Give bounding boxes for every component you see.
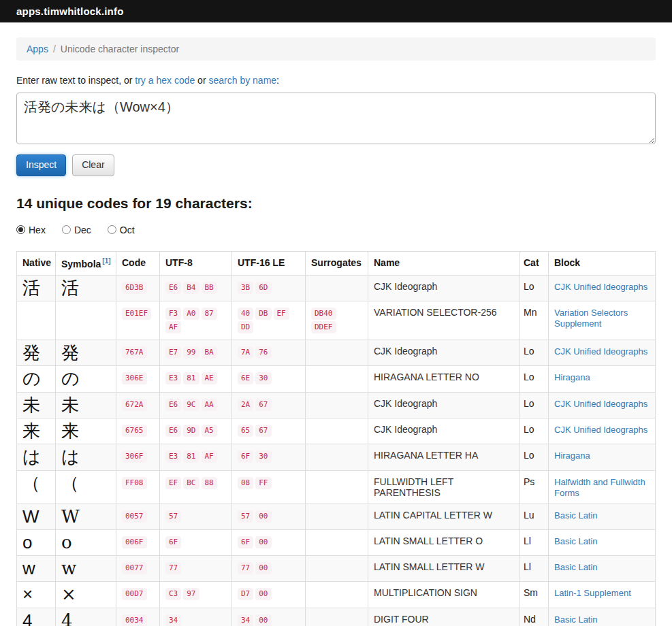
code-chip[interactable]: 6F	[165, 536, 181, 548]
code-chip[interactable]: E01EF	[122, 308, 151, 320]
code-chip[interactable]: 81	[183, 372, 199, 384]
block-link[interactable]: Basic Latin	[554, 536, 598, 546]
code-chip[interactable]: 9D	[183, 425, 199, 437]
code-chip[interactable]: FF	[255, 477, 271, 489]
code-chip[interactable]: 08	[238, 477, 253, 489]
inspect-input[interactable]: 活発の未来は（Wow×4）	[16, 93, 656, 144]
radix-option-hex[interactable]: Hex	[16, 225, 46, 235]
radix-radio-hex[interactable]	[16, 225, 25, 234]
hex-code-link[interactable]: try a hex code	[135, 75, 195, 86]
code-chip[interactable]: 00	[255, 588, 271, 600]
code-chip[interactable]: DD	[238, 321, 253, 333]
code-chip[interactable]: AA	[202, 399, 217, 411]
code-chip[interactable]: FF08	[122, 477, 147, 489]
code-chip[interactable]: BB	[202, 282, 217, 294]
code-chip[interactable]: 6F	[238, 536, 253, 548]
code-chip[interactable]: DB40	[311, 308, 336, 320]
code-chip[interactable]: 57	[165, 510, 181, 523]
code-chip[interactable]: DDEF	[311, 321, 336, 333]
code-chip[interactable]: 30	[255, 372, 271, 384]
site-title[interactable]: apps.timwhitlock.info	[16, 5, 124, 17]
code-chip[interactable]: A0	[183, 308, 199, 320]
code-chip[interactable]: 6D	[255, 282, 271, 294]
code-chip[interactable]: DB	[255, 308, 271, 320]
code-chip[interactable]: BC	[183, 477, 199, 489]
code-chip[interactable]: A5	[202, 425, 217, 437]
block-link[interactable]: Basic Latin	[554, 562, 598, 572]
block-link[interactable]: Basic Latin	[554, 614, 598, 625]
code-chip[interactable]: E3	[165, 372, 181, 384]
code-chip[interactable]: 767A	[122, 346, 147, 359]
block-link[interactable]: Latin-1 Supplement	[554, 588, 631, 598]
block-link[interactable]: CJK Unified Ideographs	[554, 399, 647, 409]
code-chip[interactable]: 34	[238, 614, 253, 626]
code-chip[interactable]: E6	[165, 425, 181, 437]
code-chip[interactable]: 00	[255, 536, 271, 548]
code-chip[interactable]: B4	[183, 282, 199, 294]
search-by-name-link[interactable]: search by name	[208, 75, 276, 86]
code-chip[interactable]: 6D3B	[122, 282, 147, 294]
code-chip[interactable]: 3B	[238, 282, 253, 294]
code-chip[interactable]: E6	[165, 399, 181, 411]
code-chip[interactable]: 306E	[122, 372, 147, 384]
clear-button[interactable]: Clear	[72, 154, 114, 176]
code-chip[interactable]: 57	[238, 510, 253, 523]
code-chip[interactable]: 81	[183, 450, 199, 463]
block-link[interactable]: CJK Unified Ideographs	[554, 346, 647, 357]
block-link[interactable]: CJK Unified Ideographs	[554, 425, 647, 435]
code-chip[interactable]: BA	[202, 346, 217, 359]
block-link[interactable]: Basic Latin	[554, 510, 598, 521]
code-chip[interactable]: 77	[165, 562, 181, 574]
symbola-footnote-link[interactable]: [1]	[102, 257, 110, 265]
code-chip[interactable]: 0077	[122, 562, 147, 574]
block-link[interactable]: Hiragana	[554, 372, 590, 382]
code-chip[interactable]: 7A	[238, 346, 253, 359]
code-chip[interactable]: D7	[238, 588, 253, 600]
code-chip[interactable]: 65	[238, 425, 253, 437]
code-chip[interactable]: E3	[165, 450, 181, 463]
code-chip[interactable]: 9C	[183, 399, 199, 411]
code-chip[interactable]: 99	[183, 346, 199, 359]
code-chip[interactable]: AF	[165, 321, 181, 333]
code-chip[interactable]: 40	[238, 308, 253, 320]
inspect-button[interactable]: Inspect	[16, 154, 66, 176]
code-chip[interactable]: 0034	[122, 614, 147, 626]
code-chip[interactable]: 34	[165, 614, 181, 626]
code-chip[interactable]: 00D7	[122, 588, 147, 600]
block-link[interactable]: Hiragana	[554, 450, 590, 461]
code-chip[interactable]: 0057	[122, 510, 147, 523]
radix-option-dec[interactable]: Dec	[62, 225, 91, 235]
code-chip[interactable]: 2A	[238, 399, 253, 411]
radix-radio-oct[interactable]	[108, 225, 116, 234]
code-chip[interactable]: 672A	[122, 399, 147, 411]
breadcrumb-apps-link[interactable]: Apps	[27, 44, 48, 54]
code-chip[interactable]: 76	[255, 346, 271, 359]
code-chip[interactable]: E6	[165, 282, 181, 294]
code-chip[interactable]: 77	[238, 562, 253, 574]
code-chip[interactable]: AE	[202, 372, 217, 384]
block-link[interactable]: CJK Unified Ideographs	[554, 282, 647, 292]
code-chip[interactable]: 306F	[122, 450, 147, 463]
code-chip[interactable]: 67	[255, 425, 271, 437]
code-chip[interactable]: AF	[202, 450, 217, 463]
code-chip[interactable]: F3	[165, 308, 181, 320]
code-chip[interactable]: 6F	[238, 450, 253, 463]
code-chip[interactable]: 87	[202, 308, 217, 320]
code-chip[interactable]: 88	[202, 477, 217, 489]
code-chip[interactable]: EF	[274, 308, 289, 320]
radix-radio-dec[interactable]	[62, 225, 71, 234]
code-chip[interactable]: 30	[255, 450, 271, 463]
code-chip[interactable]: 00	[255, 562, 271, 574]
code-chip[interactable]: 006F	[122, 536, 147, 548]
code-chip[interactable]: 97	[183, 588, 199, 600]
code-chip[interactable]: 00	[255, 510, 271, 523]
radix-option-oct[interactable]: Oct	[108, 225, 135, 235]
code-chip[interactable]: 6765	[122, 425, 147, 437]
code-chip[interactable]: 6E	[238, 372, 253, 384]
code-chip[interactable]: 00	[255, 614, 271, 626]
code-chip[interactable]: C3	[165, 588, 181, 600]
block-link[interactable]: Variation Selectors Supplement	[554, 308, 628, 329]
code-chip[interactable]: 67	[255, 399, 271, 411]
code-chip[interactable]: E7	[165, 346, 181, 359]
block-link[interactable]: Halfwidth and Fullwidth Forms	[554, 477, 645, 498]
